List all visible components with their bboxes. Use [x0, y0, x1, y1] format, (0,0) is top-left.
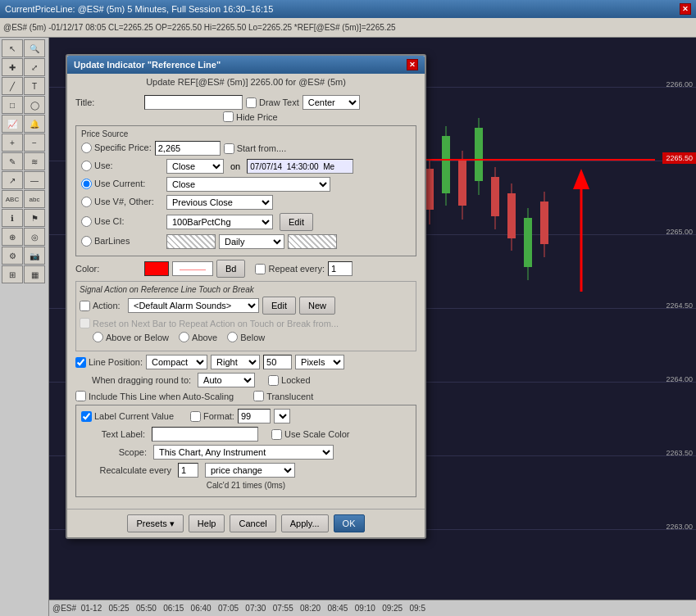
use-v-radio[interactable]: [81, 197, 92, 207]
use-v-select[interactable]: Previous Close: [166, 195, 273, 210]
format-select[interactable]: ▾: [274, 409, 290, 424]
repeat-every-input[interactable]: [328, 261, 353, 276]
format-label: Format:: [203, 411, 234, 421]
format-input[interactable]: [238, 409, 271, 424]
translucent-checkbox[interactable]: [253, 391, 264, 401]
use-ci-radio[interactable]: [81, 216, 92, 227]
use-current-radio[interactable]: [81, 179, 92, 189]
sidebar-btn-move[interactable]: ⤢: [24, 58, 45, 76]
barlines-radio[interactable]: [81, 236, 92, 247]
reset-label: Reset on Next Bar to Repeat Action on To…: [93, 319, 339, 328]
sidebar-btn-grid[interactable]: ⊞: [2, 265, 23, 283]
scope-row: Scope: This Chart, Any Instrument: [81, 445, 411, 460]
use-current-radio-label: Use Current:: [81, 179, 163, 189]
sidebar-btn-extra[interactable]: ▦: [24, 265, 45, 283]
cancel-button[interactable]: Cancel: [230, 514, 275, 532]
draw-text-checkbox[interactable]: [246, 97, 257, 108]
use-scale-color-checkbox[interactable]: [271, 429, 282, 440]
use-current-select[interactable]: Close: [166, 177, 330, 192]
chart-area: 2266.00 2265.50 2265.00 2264.50 2264.00 …: [49, 38, 696, 616]
repeat-every-checkbox[interactable]: [255, 264, 266, 274]
sidebar-btn-zoom2[interactable]: ⊕: [2, 228, 23, 246]
on-date-input[interactable]: [247, 159, 353, 174]
color-picker-button[interactable]: [144, 261, 169, 276]
line-position-checkbox[interactable]: [75, 357, 86, 368]
pixels-select[interactable]: Pixels: [295, 355, 344, 369]
specific-price-radio[interactable]: [81, 143, 92, 153]
ci-edit-button[interactable]: Edit: [280, 213, 313, 231]
use-radio[interactable]: [81, 161, 92, 171]
presets-button-container: Presets ▾: [127, 514, 183, 532]
text-label-input[interactable]: [152, 427, 258, 442]
sidebar-btn-hline[interactable]: —: [24, 171, 45, 189]
sidebar-btn-arrow[interactable]: ↖: [2, 39, 23, 57]
right-select[interactable]: Right: [211, 355, 260, 369]
label-current-checkbox[interactable]: [81, 411, 92, 422]
include-line-label: Include This Line when Auto-Scaling: [89, 392, 234, 401]
sidebar-btn-ellipse[interactable]: ◯: [24, 96, 45, 114]
start-from-label: Start from....: [237, 143, 287, 153]
locked-checkbox-label: Locked: [268, 375, 310, 386]
action-row: Action: <Default Alarm Sounds> Edit New: [80, 297, 412, 315]
sidebar-btn-flag[interactable]: ⚑: [24, 209, 45, 227]
below-radio[interactable]: [227, 332, 238, 342]
action-checkbox[interactable]: [80, 301, 90, 311]
dialog-title-text: Update Indicator "Reference Line": [74, 60, 221, 70]
specific-price-input[interactable]: [155, 141, 221, 156]
label-current-label: Label Current Value: [94, 411, 174, 421]
ok-button[interactable]: OK: [334, 514, 365, 532]
sidebar-btn-text[interactable]: T: [24, 77, 45, 95]
sidebar-btn-gear[interactable]: ⚙: [2, 247, 23, 265]
help-button[interactable]: Help: [189, 514, 225, 532]
sidebar-btn-minus[interactable]: −: [24, 134, 45, 152]
barlines-radio-label: BarLines: [81, 236, 163, 247]
locked-checkbox[interactable]: [268, 375, 279, 386]
use-select[interactable]: Close: [166, 159, 224, 174]
text-align-select[interactable]: Center: [303, 95, 360, 110]
hide-price-row: Hide Price: [223, 111, 416, 122]
dragging-select[interactable]: Auto: [198, 373, 255, 387]
recalculate-num-input[interactable]: [178, 463, 198, 478]
title-text: CurrentPriceLine: @ES# (5m) 5 Minutes, F…: [5, 4, 273, 14]
above-radio[interactable]: [179, 332, 189, 342]
bd-button[interactable]: Bd: [216, 260, 245, 278]
sidebar-btn-fib[interactable]: ≋: [24, 152, 45, 170]
sidebar-btn-alert[interactable]: 🔔: [24, 115, 45, 133]
presets-button[interactable]: Presets ▾: [127, 514, 183, 532]
update-indicator-dialog: Update Indicator "Reference Line" ✕ Upda…: [66, 54, 426, 539]
sidebar-btn-indicator[interactable]: 📈: [2, 115, 23, 133]
use-radio-label: Use:: [81, 161, 163, 171]
scope-select[interactable]: This Chart, Any Instrument: [153, 445, 334, 460]
apply-button[interactable]: Apply...: [281, 514, 329, 532]
sidebar-btn-plus[interactable]: +: [2, 134, 23, 152]
position-value-input[interactable]: [263, 355, 292, 369]
recalculate-type-select[interactable]: price change: [205, 463, 295, 478]
sidebar-btn-pen[interactable]: ✎: [2, 152, 23, 170]
hide-price-checkbox[interactable]: [223, 111, 234, 122]
sidebar-btn-info[interactable]: ℹ: [2, 209, 23, 227]
sidebar-btn-rect[interactable]: □: [2, 96, 23, 114]
action-new-button[interactable]: New: [299, 297, 335, 315]
use-ci-select[interactable]: 100BarPctChg: [166, 215, 273, 229]
sidebar-btn-line[interactable]: ╱: [2, 77, 23, 95]
barlines-select[interactable]: Daily: [219, 234, 284, 249]
calc-times-row: Calc'd 21 times (0ms): [81, 481, 411, 490]
sidebar-btn-crosshair[interactable]: ✚: [2, 58, 23, 76]
sidebar-btn-ray[interactable]: ↗: [2, 171, 23, 189]
format-checkbox-label: Format:: [190, 411, 234, 422]
format-checkbox[interactable]: [190, 411, 201, 422]
sidebar-btn-zoom[interactable]: 🔍: [24, 39, 45, 57]
above-or-below-radio[interactable]: [93, 332, 103, 342]
sidebar-btn-target[interactable]: ◎: [24, 228, 45, 246]
action-select[interactable]: <Default Alarm Sounds>: [128, 298, 259, 313]
sidebar-btn-label[interactable]: ABC: [2, 190, 23, 208]
dialog-close-button[interactable]: ✕: [407, 59, 418, 70]
start-from-checkbox[interactable]: [224, 143, 234, 154]
sidebar-btn-camera[interactable]: 📷: [24, 247, 45, 265]
sidebar-btn-abc[interactable]: abc: [24, 190, 45, 208]
include-line-checkbox[interactable]: [75, 391, 86, 401]
title-input[interactable]: [144, 95, 243, 110]
close-window-button[interactable]: ✕: [680, 3, 691, 15]
action-edit-button[interactable]: Edit: [262, 297, 296, 315]
compact-select[interactable]: Compact: [146, 355, 207, 369]
